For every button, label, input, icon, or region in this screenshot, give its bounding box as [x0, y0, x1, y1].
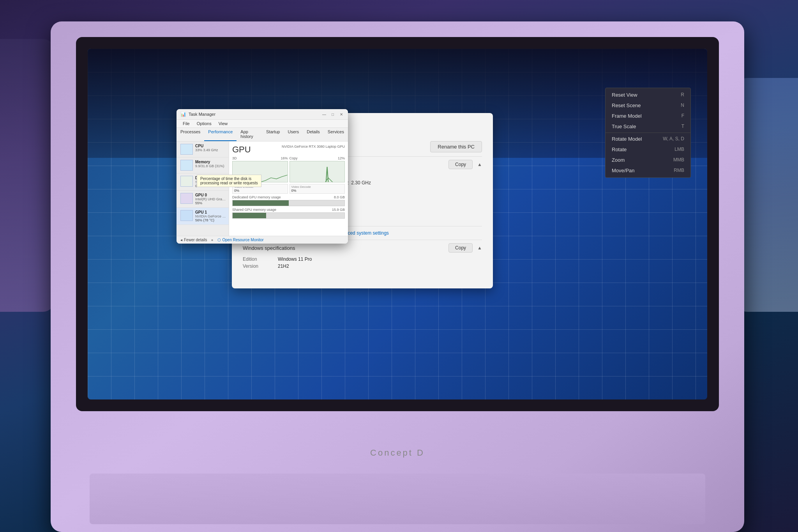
tm-dedicated-mem-label: Dedicated GPU memory usage	[232, 195, 281, 199]
context-menu-item-rotate-model[interactable]: Rotate Model W, A, S, D	[606, 134, 690, 144]
tm-video-decode: Video Decode 0%	[290, 184, 345, 194]
tm-cpu-label: CPU	[195, 144, 225, 148]
tm-sidebar-mem-info: Memory 9.9/31.8 GB (31%)	[195, 160, 225, 168]
tab-users[interactable]: Users	[284, 128, 303, 141]
context-menu: Reset View R Reset Scene N Frame Model F…	[605, 88, 691, 178]
context-menu-item-rotate[interactable]: Rotate LMB	[606, 144, 690, 155]
tm-title-text: Task Manager	[189, 112, 215, 117]
tm-encode-label: Video Encode	[234, 185, 286, 189]
tm-menubar: File Options View	[177, 120, 348, 128]
tm-cpu-sublabel: 33% 3.49 GHz	[195, 148, 225, 152]
tm-open-monitor-label: Open Resource Monitor	[222, 238, 264, 242]
tm-gpu1-value: 56% (78 °C)	[195, 218, 226, 222]
tm-sidebar-gpu1[interactable]: GPU 1 NVIDIA GeForce RTX 30 56% (78 °C)	[177, 208, 229, 225]
screen-area: Reset View R Reset Scene N Frame Model F…	[88, 49, 707, 399]
context-menu-shortcut: T	[681, 124, 684, 129]
context-menu-item-frame-model[interactable]: Frame Model F	[606, 111, 690, 121]
tm-tabs: Processes Performance App history Startu…	[177, 128, 348, 141]
tm-encode-decode-row: Video Encode 0% Video Decode 0%	[232, 184, 345, 194]
tm-fewer-details-label: Fewer details	[184, 238, 207, 242]
divider	[606, 133, 690, 133]
laptop-body: Reset View R Reset Scene N Frame Model F…	[51, 21, 744, 532]
tm-shared-mem-fill	[233, 213, 266, 218]
copy-winspecs-button[interactable]: Copy	[448, 243, 473, 253]
tab-services[interactable]: Services	[324, 128, 348, 141]
tm-gpu0-graph	[180, 193, 193, 204]
tm-open-resource-monitor[interactable]: ⬡ Open Resource Monitor	[217, 238, 264, 242]
tm-sidebar-disk-info: Disk 0 (C:) SSD 0%	[195, 176, 225, 188]
tm-graphs-row: 3D 16%	[232, 156, 345, 182]
context-menu-item-move-pan[interactable]: Move/Pan RMB	[606, 165, 690, 176]
tm-decode-label: Video Decode	[291, 185, 343, 189]
context-menu-item-reset-scene[interactable]: Reset Scene N	[606, 100, 690, 111]
tm-gpu0-sublabel: Intel(R) UHD Graphics	[195, 197, 226, 201]
tab-processes[interactable]: Processes	[177, 128, 204, 141]
tab-details[interactable]: Details	[303, 128, 324, 141]
tm-sidebar-cpu-info: CPU 33% 3.49 GHz	[195, 144, 225, 152]
person-right-bg	[736, 78, 798, 312]
tm-mem-graph	[180, 160, 193, 171]
context-menu-shortcut: N	[681, 103, 684, 108]
tm-sidebar-gpu0[interactable]: GPU 0 Intel(R) UHD Graphics 55%	[177, 191, 229, 208]
separator: ●	[211, 238, 213, 242]
windows-spec-section: Windows specifications Copy ▲ Edition Wi…	[243, 240, 482, 270]
context-menu-shortcut: RMB	[674, 168, 684, 173]
tm-sidebar-memory[interactable]: Memory 9.9/31.8 GB (31%)	[177, 157, 229, 173]
tm-3d-graph-header: 3D 16%	[232, 156, 288, 160]
tm-dedicated-mem-value: 8.0 GB	[334, 195, 345, 199]
tm-menu-file[interactable]: File	[180, 120, 193, 127]
tm-body: CPU 33% 3.49 GHz Memory 9.9/31.8 GB (31%…	[177, 141, 348, 241]
tab-startup[interactable]: Startup	[262, 128, 284, 141]
tm-gpu0-label: GPU 0	[195, 193, 226, 197]
win-spec-version: Version 21H2	[243, 263, 482, 270]
tm-mem-label: Memory	[195, 160, 225, 164]
tm-menu-options[interactable]: Options	[194, 120, 215, 127]
tm-gpu1-sublabel: NVIDIA GeForce RTX 30	[195, 214, 226, 218]
windows-spec-label: Windows specifications	[243, 245, 295, 251]
tm-dedicated-mem-fill	[233, 200, 289, 206]
tm-copy-graph	[290, 161, 345, 182]
tm-shared-mem-header: Shared GPU memory usage 15.9 GB	[232, 208, 345, 212]
tm-close-button[interactable]: ✕	[339, 111, 344, 117]
tm-fewer-details[interactable]: ◂ Fewer details	[180, 238, 207, 242]
tm-video-encode: Video Encode 0%	[232, 184, 288, 194]
tm-dedicated-mem-header: Dedicated GPU memory usage 8.0 GB	[232, 195, 345, 199]
tm-shared-mem-label: Shared GPU memory usage	[232, 208, 276, 212]
tm-gpu-title-text: GPU	[232, 145, 251, 155]
chevron-up-icon-2: ▲	[477, 245, 482, 251]
tm-3d-label: 3D	[232, 156, 237, 160]
tab-app-history[interactable]: App history	[237, 128, 262, 141]
tm-controls: — □ ✕	[321, 111, 344, 117]
tm-footer: ◂ Fewer details ● ⬡ Open Resource Monito…	[177, 236, 348, 244]
tm-copy-graph-header: Copy 12%	[290, 156, 345, 160]
tm-3d-percent: 16%	[281, 156, 288, 160]
tm-disk-label: Disk 0 (C:)	[195, 176, 225, 180]
tm-sidebar-disk[interactable]: Disk 0 (C:) SSD 0%	[177, 173, 229, 191]
tm-dedicated-mem-row: Dedicated GPU memory usage 8.0 GB	[232, 195, 345, 206]
context-menu-item-true-scale[interactable]: True Scale T	[606, 121, 690, 132]
tm-menu-view[interactable]: View	[215, 120, 231, 127]
tm-minimize-button[interactable]: —	[321, 111, 327, 117]
rename-pc-button[interactable]: Rename this PC	[430, 141, 482, 152]
context-menu-shortcut: MMB	[673, 157, 684, 163]
context-menu-label: Frame Model	[612, 113, 642, 119]
context-menu-item-reset-view[interactable]: Reset View R	[606, 90, 690, 100]
tm-shared-mem-bar	[232, 212, 345, 219]
win-spec-edition: Edition Windows 11 Pro	[243, 256, 482, 263]
tm-title: 📊 Task Manager	[180, 111, 215, 117]
context-menu-item-zoom[interactable]: Zoom MMB	[606, 155, 690, 165]
tm-maximize-button[interactable]: □	[330, 111, 335, 117]
tm-sidebar-cpu[interactable]: CPU 33% 3.49 GHz	[177, 141, 229, 157]
screen-bezel: Reset View R Reset Scene N Frame Model F…	[76, 37, 719, 411]
context-menu-shortcut: W, A, S, D	[663, 136, 684, 142]
tab-performance[interactable]: Performance	[204, 128, 237, 141]
tm-copy-percent: 12%	[338, 156, 345, 160]
tm-sidebar-gpu0-info: GPU 0 Intel(R) UHD Graphics 55%	[195, 193, 226, 205]
chevron-up-icon: ▲	[477, 162, 482, 167]
tm-gpu-title-row: GPU NVIDIA GeForce RTX 3080 Laptop GPU	[232, 145, 345, 155]
tm-dedicated-mem-bar	[232, 200, 345, 206]
context-menu-shortcut: R	[681, 92, 684, 98]
tm-title-icon: 📊	[180, 111, 186, 117]
tm-shared-mem-value: 15.9 GB	[332, 208, 345, 212]
copy-specs-button[interactable]: Copy	[448, 160, 473, 169]
